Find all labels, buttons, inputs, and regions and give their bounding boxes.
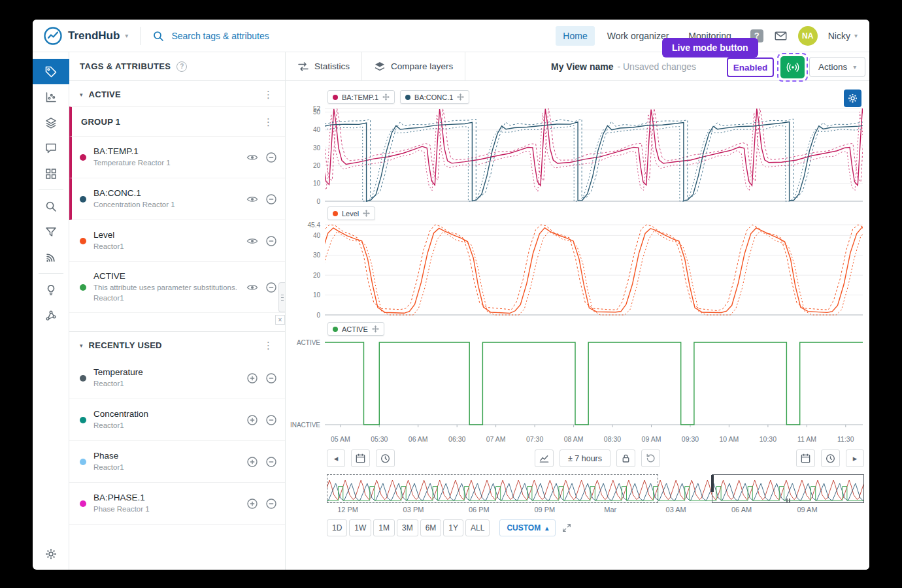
tag-description: Reactor1 bbox=[93, 242, 241, 252]
add-tag-button[interactable] bbox=[246, 456, 258, 468]
remove-tag-button[interactable] bbox=[265, 456, 277, 468]
chart-settings-button[interactable] bbox=[844, 90, 861, 107]
nav-item-home[interactable]: Home bbox=[556, 26, 594, 46]
rail-context-button[interactable] bbox=[33, 302, 69, 328]
overview-tick-label: 06 PM bbox=[469, 506, 490, 514]
help-icon[interactable]: ? bbox=[176, 61, 187, 72]
visibility-toggle[interactable] bbox=[246, 193, 258, 205]
end-time-button[interactable] bbox=[821, 449, 840, 467]
chevron-down-icon: ▾ bbox=[854, 32, 858, 39]
visibility-toggle[interactable] bbox=[246, 152, 258, 163]
preset-6m-button[interactable]: 6M bbox=[420, 519, 442, 536]
rail-scatter-button[interactable] bbox=[33, 84, 69, 110]
tag-row-ba-phase-1[interactable]: BA:PHASE.1 Phase Reactor 1 bbox=[69, 483, 285, 525]
chevron-down-icon[interactable]: ▾ bbox=[125, 32, 128, 39]
kebab-menu-icon[interactable]: ⋮ bbox=[259, 90, 277, 99]
series-color-dot bbox=[80, 196, 86, 203]
zoom-presets: 1D 1W 1M 3M 6M 1Y ALL CUSTOM ▴ bbox=[327, 519, 572, 536]
rail-settings-button[interactable] bbox=[33, 547, 69, 561]
rail-filter-button[interactable] bbox=[33, 219, 69, 244]
add-tag-button[interactable] bbox=[246, 372, 258, 384]
compare-layers-button[interactable]: Compare layers bbox=[362, 52, 465, 80]
chevron-down-icon: ▾ bbox=[80, 342, 83, 349]
window-drag-handle[interactable] bbox=[786, 498, 790, 503]
actions-button[interactable]: Actions ▾ bbox=[809, 57, 865, 77]
start-time-button[interactable] bbox=[376, 449, 395, 467]
preset-all-button[interactable]: ALL bbox=[465, 519, 490, 536]
remove-tag-button[interactable] bbox=[265, 414, 277, 426]
brand[interactable]: TrendHub ▾ bbox=[43, 26, 128, 46]
visibility-toggle[interactable] bbox=[246, 235, 258, 247]
remove-tag-button[interactable] bbox=[265, 372, 277, 384]
add-tag-button[interactable] bbox=[246, 414, 258, 426]
move-icon bbox=[363, 210, 370, 217]
kebab-menu-icon[interactable]: ⋮ bbox=[259, 340, 277, 350]
panel-close-button[interactable]: × bbox=[275, 315, 285, 325]
overview-compare-window[interactable] bbox=[327, 474, 658, 503]
trend-chart-temp-conc[interactable]: 5250403020100 bbox=[286, 103, 869, 206]
preset-1w-button[interactable]: 1W bbox=[349, 519, 371, 536]
kebab-menu-icon[interactable]: ⋮ bbox=[259, 117, 277, 127]
end-date-button[interactable] bbox=[796, 449, 815, 467]
section-active-header[interactable]: ▾ ACTIVE ⋮ bbox=[69, 81, 285, 106]
series-color-dot bbox=[80, 375, 86, 382]
rail-comments-button[interactable] bbox=[33, 135, 69, 161]
section-recently-used-header[interactable]: ▾ RECENTLY USED ⋮ bbox=[69, 331, 285, 357]
tag-row-temperature[interactable]: Temperature Reactor1 bbox=[69, 357, 285, 399]
rail-search-button[interactable] bbox=[33, 193, 69, 219]
legend-chip-ba-conc-1[interactable]: BA:CONC.1 bbox=[400, 90, 469, 104]
duration-button[interactable]: ± 7 hours bbox=[560, 449, 610, 467]
preset-1y-button[interactable]: 1Y bbox=[443, 519, 463, 536]
reset-history-button[interactable] bbox=[641, 449, 660, 467]
mail-icon[interactable] bbox=[774, 29, 788, 42]
avatar[interactable]: NA bbox=[798, 26, 818, 46]
comment-icon bbox=[44, 142, 58, 155]
visibility-toggle[interactable] bbox=[246, 282, 258, 293]
legend-chip-level[interactable]: Level bbox=[327, 206, 375, 220]
rail-recommendations-button[interactable] bbox=[33, 277, 69, 302]
tag-row-phase[interactable]: Phase Reactor1 bbox=[69, 441, 285, 483]
preset-3m-button[interactable]: 3M bbox=[397, 519, 418, 536]
live-mode-button[interactable] bbox=[780, 56, 805, 78]
window-left-grip[interactable] bbox=[711, 475, 714, 492]
remove-tag-button[interactable] bbox=[265, 193, 277, 205]
tag-row-level[interactable]: Level Reactor1 bbox=[69, 220, 285, 262]
expand-overview-button[interactable] bbox=[561, 523, 572, 533]
add-tag-button[interactable] bbox=[246, 498, 258, 510]
legend-chip-ba-temp-1[interactable]: BA:TEMP.1 bbox=[327, 90, 395, 104]
lock-timespan-button[interactable] bbox=[616, 449, 635, 467]
trend-chart-level[interactable]: 45.4403020100 bbox=[286, 220, 869, 319]
rail-layers-button[interactable] bbox=[33, 110, 69, 135]
step-back-button[interactable]: ◂ bbox=[327, 449, 345, 467]
trend-chart-active[interactable]: ACTIVEINACTIVE bbox=[286, 335, 869, 433]
panel-resize-handle[interactable] bbox=[278, 282, 285, 312]
custom-range-button[interactable]: CUSTOM ▴ bbox=[499, 519, 556, 536]
tag-row-ba-conc-1[interactable]: BA:CONC.1 Concentration Reactor 1 bbox=[69, 178, 285, 220]
rail-live-signal-button[interactable] bbox=[33, 244, 69, 270]
legend-chip-active[interactable]: ACTIVE bbox=[327, 322, 384, 336]
rail-dashboards-button[interactable] bbox=[33, 161, 69, 186]
statistics-button[interactable]: Statistics bbox=[286, 52, 362, 80]
chart-type-button[interactable] bbox=[535, 449, 554, 467]
live-mode-enabled-button[interactable]: Enabled bbox=[727, 57, 774, 77]
divider bbox=[39, 273, 63, 274]
group-row[interactable]: GROUP 1 ⋮ bbox=[69, 106, 285, 137]
tag-row-ba-temp-1[interactable]: BA:TEMP.1 Temperature Reactor 1 bbox=[69, 137, 285, 178]
overview-view-window[interactable] bbox=[712, 474, 864, 503]
remove-tag-button[interactable] bbox=[265, 498, 277, 510]
remove-tag-button[interactable] bbox=[265, 282, 277, 293]
preset-1m-button[interactable]: 1M bbox=[373, 519, 395, 536]
tag-row-active[interactable]: ACTIVE This attribute uses parameter sub… bbox=[69, 262, 285, 313]
remove-tag-button[interactable] bbox=[265, 235, 277, 247]
user-menu[interactable]: Nicky▾ bbox=[828, 31, 858, 41]
tag-name: ACTIVE bbox=[93, 271, 241, 281]
step-forward-button[interactable]: ▸ bbox=[846, 449, 864, 467]
global-search[interactable] bbox=[152, 30, 320, 42]
remove-tag-button[interactable] bbox=[265, 152, 277, 163]
search-input[interactable] bbox=[170, 30, 320, 42]
preset-1d-button[interactable]: 1D bbox=[327, 519, 347, 536]
start-date-button[interactable] bbox=[351, 449, 370, 467]
overview-strip[interactable] bbox=[327, 474, 864, 503]
tag-row-concentration[interactable]: Concentration Reactor1 bbox=[69, 399, 285, 441]
rail-tags-button[interactable] bbox=[33, 59, 69, 84]
